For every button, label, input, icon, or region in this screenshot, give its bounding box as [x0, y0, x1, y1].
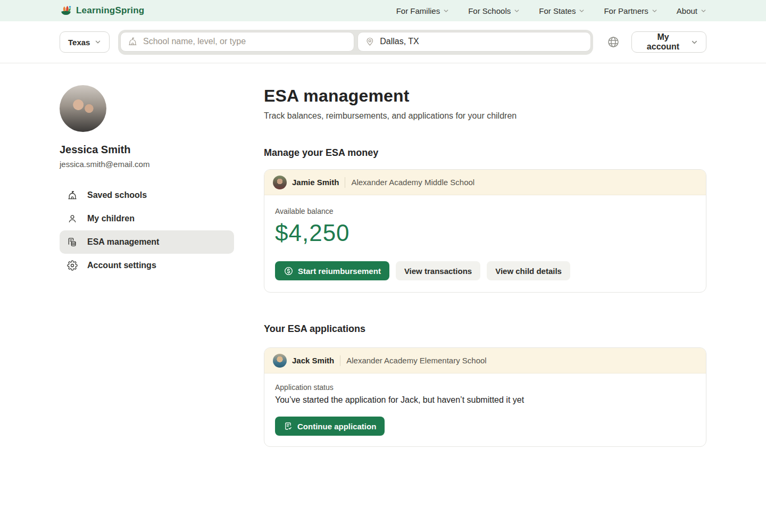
nav-label: About: [677, 6, 697, 15]
chevron-down-icon: [579, 8, 585, 14]
child-name: Jack Smith: [292, 356, 334, 365]
child-avatar: [273, 354, 287, 368]
sidebar-item-label: ESA management: [87, 237, 159, 247]
brand-name: LearningSpring: [76, 5, 144, 16]
esa-application-card-body: Application status You’ve started the ap…: [264, 373, 706, 446]
state-selector-button[interactable]: Texas: [60, 31, 110, 53]
main-panel: ESA management Track balances, reimburse…: [264, 63, 706, 447]
user-email: jessica.smith@email.com: [60, 160, 234, 169]
money-section-heading: Manage your ESA money: [264, 147, 706, 159]
user-avatar: [60, 85, 106, 132]
person-icon: [67, 213, 78, 224]
application-status-label: Application status: [275, 383, 695, 392]
start-reimbursement-label: Start reiumbursement: [298, 267, 381, 276]
page-title: ESA management: [264, 86, 706, 106]
sidebar-item-saved-schools[interactable]: Saved schools: [60, 184, 234, 207]
chevron-down-icon: [514, 8, 520, 14]
chevron-down-icon: [652, 8, 657, 14]
chevron-down-icon: [443, 8, 449, 14]
sidebar-item-label: Account settings: [87, 261, 156, 270]
search-bar-group: [118, 30, 593, 55]
child-school: Alexander Academy Middle School: [351, 178, 474, 187]
nav-for-partners[interactable]: For Partners: [604, 6, 657, 15]
coins-icon: [67, 237, 78, 247]
top-bar: LearningSpring For Families For Schools …: [0, 0, 766, 21]
top-nav: For Families For Schools For States For …: [396, 6, 706, 15]
continue-application-button[interactable]: Continue application: [275, 417, 385, 436]
nav-for-families[interactable]: For Families: [396, 6, 449, 15]
view-transactions-label: View transactions: [404, 267, 472, 276]
chevron-down-icon: [95, 39, 101, 45]
location-search-field[interactable]: [357, 32, 591, 52]
language-globe-button[interactable]: [607, 36, 620, 48]
divider: [340, 355, 340, 366]
chevron-down-icon: [691, 39, 698, 46]
page-content: Jessica Smith jessica.smith@email.com Sa…: [0, 63, 766, 447]
my-account-button[interactable]: My account: [631, 31, 706, 53]
school-icon: [67, 190, 78, 201]
esa-money-card-body: Available balance $4,250 Start reiumburs…: [264, 195, 706, 292]
nav-label: For Schools: [468, 6, 511, 15]
divider: [345, 177, 345, 188]
application-actions: Continue application: [275, 417, 695, 436]
application-status-text: You’ve started the application for Jack,…: [275, 395, 695, 405]
nav-label: For Families: [396, 6, 440, 15]
globe-icon: [607, 36, 620, 48]
page-subtitle: Track balances, reimbursements, and appl…: [264, 111, 706, 121]
view-child-details-label: View child details: [495, 267, 562, 276]
nav-label: For Partners: [604, 6, 648, 15]
esa-money-card-header: Jamie Smith Alexander Academy Middle Sch…: [264, 170, 706, 195]
search-toolbar: Texas My accou: [0, 21, 766, 63]
nav-about[interactable]: About: [677, 6, 706, 15]
continue-application-label: Continue application: [297, 422, 376, 431]
esa-money-card: Jamie Smith Alexander Academy Middle Sch…: [264, 169, 706, 293]
nav-label: For States: [539, 6, 576, 15]
sidebar-item-my-children[interactable]: My children: [60, 207, 234, 230]
chevron-down-icon: [701, 8, 706, 14]
logo-leaf-icon: [60, 5, 72, 16]
child-name: Jamie Smith: [292, 178, 339, 187]
sidebar-item-label: Saved schools: [87, 190, 147, 200]
start-reimbursement-button[interactable]: Start reiumbursement: [275, 261, 389, 280]
state-selector-label: Texas: [68, 38, 90, 47]
view-child-details-button[interactable]: View child details: [487, 261, 570, 280]
balance-actions: Start reiumbursement View transactions V…: [275, 261, 695, 280]
available-balance-value: $4,250: [275, 220, 695, 246]
esa-application-card-header: Jack Smith Alexander Academy Elementary …: [264, 348, 706, 373]
nav-for-states[interactable]: For States: [539, 6, 585, 15]
balance-label: Available balance: [275, 207, 695, 215]
user-name: Jessica Smith: [60, 144, 234, 156]
dollar-circle-icon: [284, 266, 294, 276]
school-search-input[interactable]: [143, 37, 347, 46]
sidebar-item-account-settings[interactable]: Account settings: [60, 254, 234, 277]
gear-icon: [67, 260, 78, 271]
my-account-label: My account: [640, 32, 686, 52]
sidebar-item-esa-management[interactable]: ESA management: [60, 230, 234, 254]
view-transactions-button[interactable]: View transactions: [396, 261, 480, 280]
child-school: Alexander Academy Elementary School: [346, 356, 486, 365]
child-avatar: [273, 176, 287, 189]
sidebar: Jessica Smith jessica.smith@email.com Sa…: [60, 63, 234, 447]
sidebar-item-label: My children: [87, 214, 135, 223]
nav-for-schools[interactable]: For Schools: [468, 6, 520, 15]
applications-section-heading: Your ESA applications: [264, 323, 706, 335]
location-search-input[interactable]: [380, 37, 584, 46]
esa-application-card: Jack Smith Alexander Academy Elementary …: [264, 347, 706, 447]
school-icon: [128, 36, 138, 47]
sidebar-menu: Saved schools My children ESA management: [60, 184, 234, 277]
location-pin-icon: [365, 36, 375, 47]
school-search-field[interactable]: [120, 32, 354, 52]
document-check-icon: [284, 421, 293, 431]
brand-logo[interactable]: LearningSpring: [60, 5, 144, 16]
